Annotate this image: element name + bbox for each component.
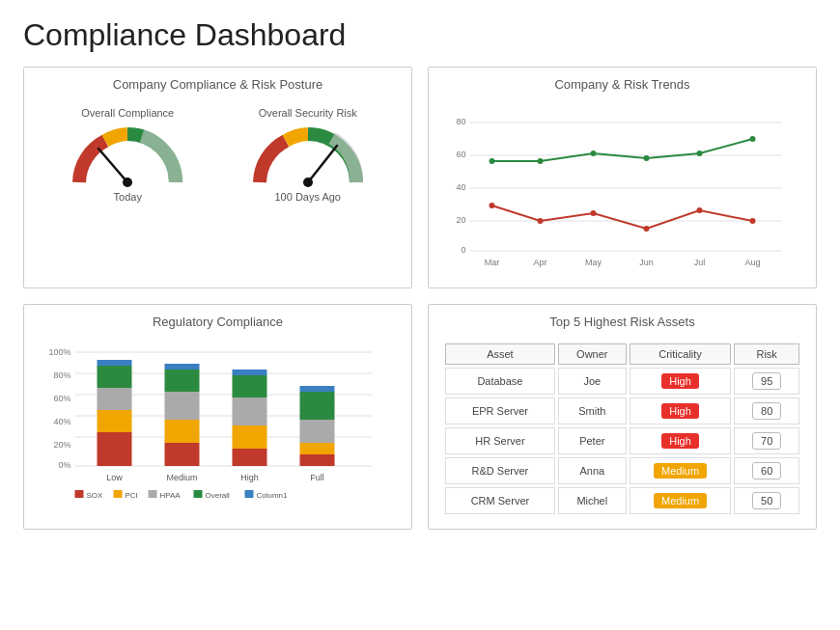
svg-text:Low: Low bbox=[106, 473, 123, 482]
svg-rect-65 bbox=[300, 420, 335, 443]
gauge2-sublabel: 100 Days Ago bbox=[275, 191, 342, 203]
svg-text:40: 40 bbox=[456, 182, 465, 192]
svg-rect-62 bbox=[233, 370, 267, 375]
svg-rect-76 bbox=[149, 490, 157, 498]
svg-point-25 bbox=[750, 136, 756, 142]
assets-panel: Top 5 Highest Risk Assets Asset Owner Cr… bbox=[428, 304, 817, 530]
gauge1-sublabel: Today bbox=[114, 191, 142, 203]
assets-panel-title: Top 5 Highest Risk Assets bbox=[442, 315, 802, 333]
cell-criticality: Medium bbox=[630, 457, 732, 484]
trends-panel: Company & Risk Trends 80 60 40 20 0 Mar … bbox=[428, 67, 817, 288]
risk-value: 50 bbox=[752, 492, 781, 509]
table-row: EPR ServerSmithHigh80 bbox=[445, 397, 799, 425]
svg-rect-52 bbox=[98, 360, 132, 366]
svg-text:Jul: Jul bbox=[694, 258, 706, 267]
svg-text:Column1: Column1 bbox=[257, 491, 289, 500]
svg-rect-60 bbox=[233, 397, 267, 425]
svg-rect-67 bbox=[300, 386, 335, 392]
gauge2-item: Overall Security Risk 100 Days Ago bbox=[250, 107, 366, 203]
svg-rect-61 bbox=[233, 375, 267, 397]
cell-asset: Database bbox=[445, 368, 555, 395]
cell-asset: HR Server bbox=[445, 427, 555, 454]
cell-criticality: High bbox=[630, 427, 732, 454]
cell-asset: EPR Server bbox=[445, 397, 555, 425]
cell-owner: Anna bbox=[558, 457, 627, 484]
svg-text:Jun: Jun bbox=[639, 258, 654, 267]
regulatory-panel-title: Regulatory Compliance bbox=[38, 315, 398, 333]
svg-rect-51 bbox=[98, 366, 132, 388]
cell-risk: 60 bbox=[734, 457, 799, 484]
svg-text:60: 60 bbox=[456, 150, 465, 159]
risk-value: 80 bbox=[752, 402, 781, 420]
svg-text:May: May bbox=[585, 258, 602, 267]
table-row: HR ServerPeterHigh70 bbox=[445, 427, 799, 454]
cell-risk: 80 bbox=[734, 397, 799, 425]
svg-rect-78 bbox=[194, 490, 203, 498]
svg-text:0%: 0% bbox=[58, 460, 70, 470]
gauge1-svg bbox=[70, 124, 185, 187]
svg-rect-57 bbox=[165, 364, 200, 370]
svg-point-3 bbox=[303, 178, 313, 187]
cell-risk: 70 bbox=[734, 427, 799, 454]
svg-point-27 bbox=[538, 218, 544, 224]
trends-panel-title: Company & Risk Trends bbox=[442, 77, 802, 96]
posture-panel-title: Company Compliance & Risk Posture bbox=[38, 77, 398, 96]
cell-owner: Joe bbox=[558, 368, 627, 395]
svg-rect-58 bbox=[233, 449, 267, 466]
cell-owner: Peter bbox=[558, 427, 627, 454]
svg-rect-50 bbox=[98, 388, 132, 410]
svg-text:PCI: PCI bbox=[126, 491, 138, 500]
svg-text:High: High bbox=[240, 473, 259, 482]
svg-point-28 bbox=[591, 210, 597, 216]
risk-value: 95 bbox=[752, 372, 781, 390]
svg-rect-74 bbox=[114, 490, 123, 498]
svg-point-30 bbox=[697, 207, 703, 213]
svg-rect-56 bbox=[165, 370, 200, 392]
svg-rect-59 bbox=[233, 425, 267, 449]
svg-text:80%: 80% bbox=[53, 370, 70, 380]
svg-rect-48 bbox=[98, 432, 132, 466]
cell-owner: Smith bbox=[558, 397, 627, 425]
svg-text:Aug: Aug bbox=[744, 258, 760, 267]
svg-rect-80 bbox=[245, 490, 254, 498]
table-row: DatabaseJoeHigh95 bbox=[445, 368, 799, 395]
svg-point-20 bbox=[490, 158, 495, 164]
gauge2-label: Overall Security Risk bbox=[259, 107, 357, 119]
dashboard-grid: Company Compliance & Risk Posture Overal… bbox=[23, 67, 817, 530]
svg-rect-66 bbox=[300, 392, 335, 420]
criticality-badge: High bbox=[661, 433, 699, 449]
header-owner: Owner bbox=[558, 343, 627, 365]
svg-point-22 bbox=[591, 151, 597, 156]
risk-value: 60 bbox=[752, 462, 781, 479]
svg-text:20%: 20% bbox=[53, 440, 70, 450]
svg-text:Overall: Overall bbox=[206, 491, 231, 500]
regulatory-chart: 100% 80% 60% 40% 20% 0% bbox=[38, 341, 398, 505]
criticality-badge: High bbox=[661, 373, 699, 389]
svg-text:HPAA: HPAA bbox=[160, 491, 182, 500]
cell-criticality: High bbox=[630, 368, 732, 395]
svg-text:Medium: Medium bbox=[166, 473, 197, 482]
posture-panel: Company Compliance & Risk Posture Overal… bbox=[23, 67, 412, 288]
cell-asset: R&D Server bbox=[445, 457, 555, 484]
criticality-badge: High bbox=[661, 403, 699, 419]
regulatory-panel: Regulatory Compliance 100% 80% 60% 40% 2… bbox=[23, 304, 412, 530]
cell-criticality: Medium bbox=[630, 487, 732, 514]
svg-rect-64 bbox=[300, 443, 335, 454]
cell-asset: CRM Server bbox=[445, 487, 555, 514]
svg-text:60%: 60% bbox=[53, 394, 70, 403]
svg-point-29 bbox=[644, 226, 650, 232]
page-title: Compliance Dashboard bbox=[23, 17, 817, 53]
cell-risk: 95 bbox=[734, 368, 799, 395]
header-risk: Risk bbox=[734, 343, 799, 365]
svg-text:Overall Compliance: Overall Compliance bbox=[501, 271, 569, 272]
svg-point-1 bbox=[123, 178, 132, 187]
svg-point-24 bbox=[697, 151, 703, 156]
risk-value: 70 bbox=[752, 432, 781, 450]
svg-rect-53 bbox=[165, 443, 200, 466]
svg-rect-55 bbox=[165, 392, 200, 420]
svg-point-31 bbox=[750, 218, 756, 224]
svg-rect-54 bbox=[165, 420, 200, 443]
svg-text:Overall Security Risk: Overall Security Risk bbox=[617, 271, 689, 272]
svg-rect-63 bbox=[300, 454, 335, 466]
table-row: R&D ServerAnnaMedium60 bbox=[445, 457, 799, 484]
